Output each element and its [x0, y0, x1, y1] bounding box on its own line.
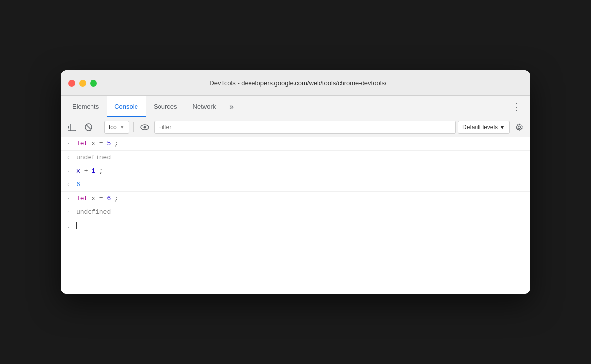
tab-sources[interactable]: Sources [146, 96, 185, 117]
tab-console[interactable]: Console [107, 96, 146, 117]
chevron-right-icon: › [67, 141, 72, 147]
window-title: DevTools - developers.google.com/web/too… [73, 79, 523, 87]
tab-menu-button[interactable]: ⋮ [506, 96, 526, 117]
log-levels-arrow: ▼ [500, 124, 505, 131]
console-row: ‹ undefined [61, 205, 530, 219]
console-area[interactable]: › let x = 5 ; ‹ undefined › x + 1 ; [61, 137, 530, 294]
filter-input[interactable] [154, 121, 456, 134]
tab-more-button[interactable]: » [224, 96, 240, 117]
console-row: › x + 1 ; [61, 164, 530, 178]
chevron-left-icon: ‹ [67, 209, 72, 215]
eye-icon [140, 124, 149, 131]
console-toolbar: top ▼ Default levels ▼ [61, 117, 530, 137]
context-selector-arrow: ▼ [120, 124, 125, 130]
tab-separator [240, 100, 240, 113]
tab-elements[interactable]: Elements [65, 96, 107, 117]
console-prompt-row[interactable]: › [61, 219, 530, 233]
console-row: ‹ 6 [61, 178, 530, 192]
clear-icon [85, 123, 92, 131]
titlebar: DevTools - developers.google.com/web/too… [61, 70, 530, 96]
eye-button[interactable] [137, 121, 152, 134]
gear-icon [515, 123, 523, 131]
context-selector[interactable]: top ▼ [104, 121, 129, 134]
cursor-caret [76, 222, 77, 229]
chevron-left-icon: ‹ [67, 155, 72, 160]
svg-point-6 [143, 126, 146, 128]
chevron-right-icon: › [67, 225, 72, 230]
chevron-right-icon: › [67, 168, 72, 174]
sidebar-icon [68, 124, 76, 131]
console-input-cursor [76, 222, 77, 229]
tabbar: Elements Console Sources Network » ⋮ [61, 96, 530, 117]
console-row: › let x = 6 ; [61, 192, 530, 205]
tab-network[interactable]: Network [185, 96, 224, 117]
settings-button[interactable] [512, 121, 526, 134]
toolbar-separator-1 [100, 122, 100, 132]
sidebar-toggle-button[interactable] [65, 121, 79, 134]
console-row: › let x = 5 ; [61, 137, 530, 151]
log-levels-selector[interactable]: Default levels ▼ [458, 121, 510, 134]
clear-console-button[interactable] [81, 121, 96, 134]
devtools-window: DevTools - developers.google.com/web/too… [61, 70, 530, 294]
svg-marker-2 [68, 126, 69, 129]
chevron-left-icon: ‹ [67, 182, 72, 188]
svg-point-7 [518, 126, 521, 128]
chevron-right-icon: › [67, 196, 72, 202]
console-row: ‹ undefined [61, 151, 530, 164]
svg-line-4 [86, 124, 91, 130]
toolbar-separator-2 [133, 122, 134, 132]
